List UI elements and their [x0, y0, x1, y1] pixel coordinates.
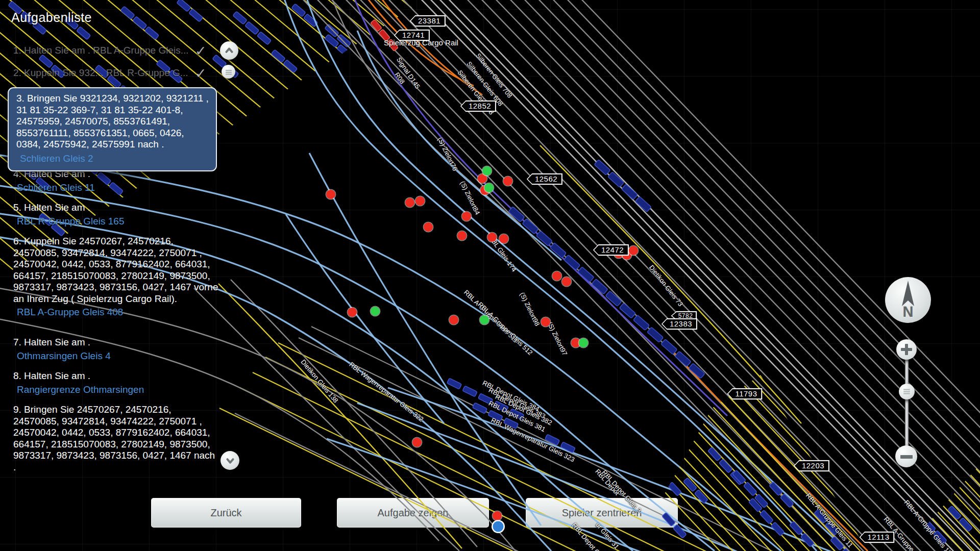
task-2-check-icon: ✓ — [195, 65, 207, 82]
minus-icon — [900, 451, 913, 462]
task-item-3-active[interactable]: 3. Bringen Sie 9321234, 9321202, 9321211… — [8, 87, 217, 171]
signal-dot-red — [405, 198, 414, 207]
scroll-down-button[interactable] — [220, 451, 239, 470]
signal-dot-red — [499, 234, 508, 243]
signal-dot-green — [480, 315, 489, 324]
scroll-up-button[interactable] — [220, 41, 238, 60]
track-label: Dietikon Gleis 138 — [299, 358, 339, 404]
compass-north-label: N — [885, 304, 931, 320]
train-badge-shape: 12852 — [460, 101, 496, 112]
task-item-4: 4. Halten Sie am . Schlieren Gleis 11 — [13, 168, 218, 193]
signal-dot-red — [449, 315, 458, 324]
signal-dot-red — [348, 308, 357, 317]
train-badge[interactable]: 12741 — [394, 30, 430, 41]
task-7-text: 7. Halten Sie am . — [13, 337, 90, 347]
train-number: 11793 — [728, 389, 761, 399]
train-badge-shape: 12472 — [593, 244, 629, 256]
track-label: (S) Zielort98 — [519, 291, 542, 328]
signal-dot-red — [457, 231, 467, 240]
track-label: Dietikon Gleis 73 — [648, 264, 684, 308]
task-1-text: 1. Halten Sie am . RBL A-Gruppe Gleis... — [13, 45, 189, 56]
task-8-location-link[interactable]: Rangiergrenze Othmarsingen — [17, 384, 218, 396]
task-item-8: 8. Halten Sie am . Rangiergrenze Othmars… — [13, 370, 218, 395]
task-item-7: 7. Halten Sie am . Othmarsingen Gleis 4 — [13, 337, 218, 362]
signal-dot-red — [326, 190, 335, 199]
grip-icon — [902, 387, 912, 396]
train-badge-shape: 12741 — [394, 30, 430, 41]
signal-dot-red — [462, 212, 471, 221]
signal-dot-green — [579, 338, 588, 347]
train-number: 12852 — [461, 102, 495, 111]
track-label: (S) Zielort97 — [546, 321, 569, 357]
signal-dot-green — [484, 183, 494, 192]
task-item-9: 9. Bringen Sie 24570267, 24570216, 24570… — [13, 404, 218, 473]
zoom-out-button[interactable] — [895, 445, 917, 467]
compass[interactable]: N — [885, 277, 931, 323]
train-number: 12383 — [663, 319, 696, 329]
task-2-text: 2. Kuppeln Sie 932... RBL R-Gruppe G... — [13, 67, 188, 78]
scrollbar-thumb[interactable] — [222, 65, 235, 79]
zoom-slider-track[interactable] — [905, 357, 909, 457]
signal-dot-red — [493, 511, 502, 520]
task-item-2-completed[interactable]: 2. Kuppeln Sie 932... RBL R-Gruppe G... — [13, 67, 195, 79]
signal-dot-red — [424, 222, 433, 232]
train-number: 23381 — [411, 16, 445, 26]
train-number: 12113 — [860, 533, 893, 542]
zoom-slider-thumb[interactable] — [899, 384, 915, 399]
task-7-location-link[interactable]: Othmarsingen Gleis 4 — [17, 350, 218, 362]
train-badge-shape: 12562 — [527, 173, 562, 185]
signal-dot-red — [541, 317, 550, 327]
chevron-down-icon — [225, 455, 236, 466]
task-6-text: 6. Kuppeln Sie 24570267, 24570216, 24570… — [13, 236, 218, 304]
track-label: RBL A-Gruppe Gleis 11 — [804, 492, 854, 549]
train-number: 12203 — [795, 461, 828, 471]
train-badge[interactable]: 23381 — [410, 15, 446, 27]
track-label: RBL Depot Gleis 3 — [601, 468, 643, 514]
task-5-location-link[interactable]: RBL R-Gruppe Gleis 165 — [17, 216, 218, 228]
signal-dot-red — [552, 271, 561, 281]
player-position-marker — [493, 521, 504, 532]
signal-dot-red — [503, 177, 512, 186]
task-5-text: 5. Halten Sie am . — [13, 202, 90, 213]
track-label: (S) Zielort76 — [436, 136, 459, 172]
signal-dot-red — [412, 438, 422, 447]
signal-dot-red — [487, 233, 497, 242]
train-number: 12562 — [528, 174, 561, 184]
train-badge[interactable]: 12383 — [662, 318, 697, 330]
train-badge[interactable]: 12203 — [794, 460, 829, 472]
train-badge-shape: 12203 — [794, 460, 829, 472]
game-screen: { "panel": { "title": "Aufgabenliste", "… — [0, 0, 980, 551]
chevron-up-icon — [224, 45, 235, 56]
grip-icon — [224, 67, 233, 77]
task-6-location-link[interactable]: RBL A-Gruppe Gleis 408 — [17, 307, 218, 318]
task-item-6: 6. Kuppeln Sie 24570267, 24570216, 24570… — [13, 236, 218, 318]
task-8-text: 8. Halten Sie am . — [13, 370, 90, 381]
task-3-location-link[interactable]: Schlieren Gleis 2 — [20, 153, 209, 165]
track-label: ur Gleis 31 — [594, 521, 621, 550]
task-4-location-link[interactable]: Schlieren Gleis 11 — [17, 182, 218, 194]
track-label: RBL Wagenreparatur Gleis 322 — [348, 361, 425, 423]
plus-icon — [901, 344, 912, 355]
signal-dot-red — [562, 277, 571, 286]
panel-title: Aufgabenliste — [11, 10, 92, 25]
task-item-5: 5. Halten Sie am . RBL R-Gruppe Gleis 16… — [13, 202, 218, 227]
train-badge[interactable]: 11793 — [727, 388, 762, 400]
task-9-text: 9. Bringen Sie 24570267, 24570216, 24570… — [13, 404, 215, 472]
track-label: (S) Zielort84 — [459, 180, 482, 216]
train-badge[interactable]: 12113 — [859, 532, 894, 543]
task-item-1-completed[interactable]: 1. Halten Sie am . RBL A-Gruppe Gleis... — [13, 45, 195, 57]
train-number: 12741 — [395, 31, 429, 40]
zoom-in-button[interactable] — [896, 339, 917, 360]
train-badge[interactable]: 12562 — [527, 173, 562, 185]
signal-dot-red — [415, 196, 425, 206]
train-badge-shape: 23381 — [410, 15, 446, 27]
train-badge[interactable]: 12852 — [460, 101, 496, 112]
signal-dot-green — [482, 166, 492, 176]
signal-dot-red — [629, 246, 638, 255]
train-badge[interactable]: 12472 — [593, 244, 629, 256]
train-badge-shape: 12113 — [859, 532, 894, 543]
train-badge-shape: 11793 — [727, 388, 762, 400]
signal-dot-green — [371, 307, 380, 316]
task-1-check-icon: ✓ — [195, 43, 207, 59]
train-badge-shape: 12383 — [662, 318, 697, 330]
